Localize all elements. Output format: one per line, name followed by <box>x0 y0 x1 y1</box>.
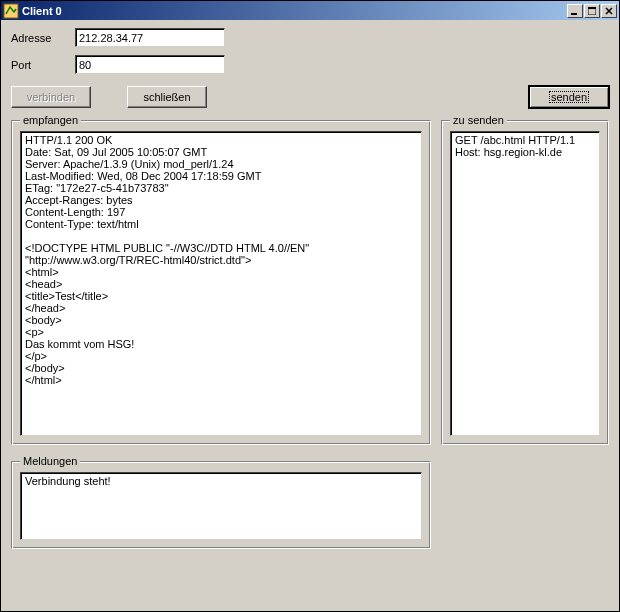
senden-textbox[interactable]: GET /abc.html HTTP/1.1 Host: hsg.region-… <box>450 131 600 436</box>
titlebar: Client 0 <box>1 1 619 20</box>
columns: empfangen HTTP/1.1 200 OK Date: Sat, 09 … <box>11 120 609 445</box>
window-title: Client 0 <box>22 5 566 17</box>
app-window: Client 0 Adresse Port verbinden schließe… <box>0 0 620 612</box>
port-row: Port <box>11 55 609 74</box>
empfangen-textbox[interactable]: HTTP/1.1 200 OK Date: Sat, 09 Jul 2005 1… <box>20 131 422 436</box>
window-controls <box>566 4 617 18</box>
meldungen-fieldset: Meldungen Verbindung steht! <box>11 461 431 549</box>
empfangen-legend: empfangen <box>20 114 81 126</box>
senden-legend: zu senden <box>450 114 507 126</box>
meldungen-legend: Meldungen <box>20 455 80 467</box>
button-row: verbinden schließen senden <box>11 86 609 108</box>
senden-fieldset: zu senden GET /abc.html HTTP/1.1 Host: h… <box>441 120 609 445</box>
port-label: Port <box>11 59 67 71</box>
verbinden-button[interactable]: verbinden <box>11 86 91 108</box>
app-icon <box>3 3 19 19</box>
client-area: Adresse Port verbinden schließen senden … <box>1 20 619 611</box>
svg-rect-3 <box>588 7 596 9</box>
svg-rect-0 <box>4 4 18 18</box>
close-button[interactable] <box>601 4 617 18</box>
empfangen-fieldset: empfangen HTTP/1.1 200 OK Date: Sat, 09 … <box>11 120 431 445</box>
meldungen-textbox[interactable]: Verbindung steht! <box>20 472 422 540</box>
schliessen-button[interactable]: schließen <box>127 86 207 108</box>
adresse-row: Adresse <box>11 28 609 47</box>
adresse-label: Adresse <box>11 32 67 44</box>
maximize-button[interactable] <box>584 4 600 18</box>
minimize-button[interactable] <box>567 4 583 18</box>
senden-button[interactable]: senden <box>529 86 609 108</box>
port-input[interactable] <box>75 55 225 74</box>
adresse-input[interactable] <box>75 28 225 47</box>
svg-rect-1 <box>571 13 577 15</box>
